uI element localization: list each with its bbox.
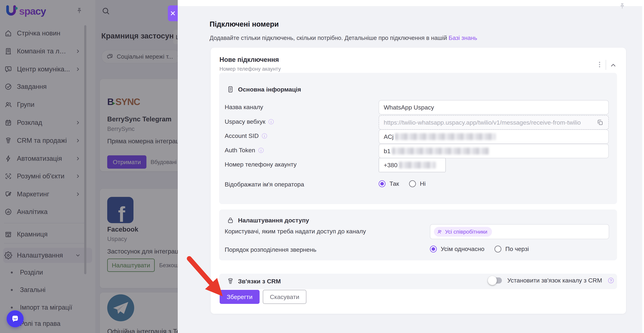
channel-name-input[interactable]: WhatsApp Uspacy — [379, 100, 609, 114]
main-info-heading: Основна інформація — [238, 86, 301, 93]
crm-toggle-row: Установити зв'язок каналу з CRM ? — [488, 277, 614, 284]
drawer-close-button[interactable] — [168, 5, 178, 21]
channel-name-label: Назва каналу — [225, 104, 263, 111]
drawer-title: Підключені номери — [210, 20, 279, 28]
distribution-label: Порядок розподілення звернень — [225, 246, 316, 253]
svg-text:i: i — [264, 134, 265, 138]
account-phone-input[interactable]: +380 — [379, 158, 446, 172]
radio-selected-icon — [379, 180, 386, 187]
crm-toggle-label: Установити зв'язок каналу з CRM — [507, 277, 602, 284]
svg-text:i: i — [260, 148, 261, 152]
all-employees-chip[interactable]: Усі співробітники — [434, 227, 492, 237]
annotation-arrow — [180, 252, 234, 306]
redacted-value — [399, 162, 436, 168]
connection-title: Нове підключення — [220, 56, 279, 63]
radio-icon — [409, 180, 416, 187]
collapse-chevron-up-icon[interactable] — [609, 61, 617, 69]
distribution-radiogroup: Усім одночасно По черзі — [430, 245, 529, 253]
connection-subtitle: Номер телефону акаунту — [220, 66, 281, 72]
question-icon[interactable]: ? — [608, 277, 614, 284]
auth-token-input[interactable]: b1 — [379, 144, 609, 158]
account-sid-label: Account SID i — [225, 132, 268, 139]
radio-no[interactable]: Ні — [409, 180, 426, 187]
info-icon[interactable]: i — [261, 133, 268, 139]
drawer-subtitle: Додавайте стільки підключень, скільки по… — [210, 34, 477, 41]
dim-overlay — [0, 0, 178, 333]
chat-bubble-icon — [10, 314, 20, 324]
access-panel: Налаштування доступу Користувачі, яким т… — [219, 210, 617, 260]
chat-fab[interactable] — [7, 310, 24, 327]
info-icon[interactable]: i — [268, 118, 274, 125]
copy-icon[interactable] — [596, 119, 604, 126]
account-phone-label: Номер телефону акаунту — [225, 161, 297, 168]
access-users-label: Користувачі, яким треба надати доступ до… — [225, 228, 366, 235]
info-icon[interactable]: i — [258, 147, 264, 154]
crm-heading: Зв'язки з CRM — [238, 278, 281, 285]
access-users-input[interactable]: Усі співробітники — [430, 224, 609, 239]
kebab-menu-icon[interactable] — [596, 61, 604, 68]
auth-token-label: Auth Token i — [225, 147, 264, 154]
crm-panel: Зв'язки з CRM Установити зв'язок каналу … — [219, 274, 617, 289]
access-heading: Налаштування доступу — [238, 217, 309, 224]
radio-yes[interactable]: Так — [379, 180, 399, 187]
operator-name-label: Відображати ім'я оператора — [225, 181, 304, 188]
close-icon — [170, 10, 176, 16]
radio-all-at-once[interactable]: Усім одночасно — [430, 245, 484, 253]
webhook-input: https://twilio-whatsapp.uspacy.app/twili… — [379, 115, 609, 130]
cancel-button[interactable]: Скасувати — [263, 290, 306, 304]
svg-text:?: ? — [610, 278, 612, 283]
drawer-pin-icon[interactable] — [618, 2, 626, 10]
webhook-label: Uspacy вебхук i — [225, 118, 274, 125]
svg-text:i: i — [271, 120, 272, 124]
app-screen: spacy Стрічка новин Компанія та люди Цен… — [0, 0, 644, 333]
radio-icon — [494, 246, 501, 253]
connection-card: Нове підключення Номер телефону акаунту … — [211, 48, 626, 314]
connected-numbers-drawer: Підключені номери Додавайте стільки підк… — [178, 0, 644, 333]
people-icon — [437, 229, 442, 235]
redacted-value — [395, 133, 496, 140]
main-info-panel: Основна інформація Назва каналу WhatsApp… — [219, 73, 617, 204]
document-icon — [226, 85, 234, 93]
knowledge-base-link[interactable]: Базі знань — [449, 34, 477, 41]
lock-icon — [226, 216, 234, 224]
account-sid-input[interactable]: ACj — [379, 129, 609, 144]
drawer-top-bar — [178, 0, 644, 6]
radio-in-turn[interactable]: По черзі — [494, 245, 529, 253]
drawer-scrollbar-track[interactable] — [642, 6, 644, 333]
redacted-value — [392, 148, 489, 154]
operator-name-radiogroup: Так Ні — [379, 180, 426, 187]
crm-link-toggle[interactable] — [488, 278, 502, 284]
radio-selected-icon — [430, 246, 437, 253]
toggle-knob — [488, 276, 497, 285]
header-divider — [606, 60, 606, 70]
